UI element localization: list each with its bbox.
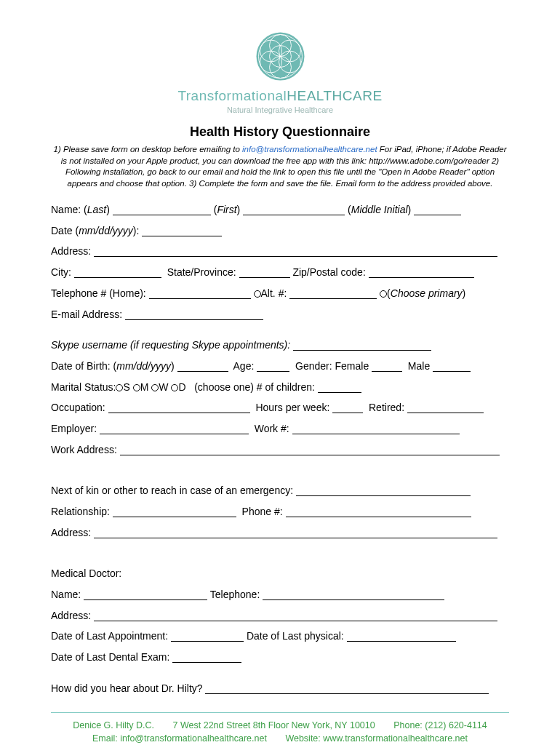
footer-address: 7 West 22nd Street 8th Floor New York, N…	[173, 720, 375, 730]
input-hours[interactable]	[332, 403, 363, 413]
row-nextkin: Next of kin or other to reach in case of…	[51, 480, 509, 501]
row-docname: Name: Telephone:	[51, 584, 509, 605]
input-children[interactable]	[318, 383, 361, 393]
footer-divider	[51, 712, 509, 713]
row-email: E-mail Address:	[51, 304, 509, 325]
input-lastphys[interactable]	[347, 632, 456, 642]
input-workaddr[interactable]	[120, 445, 500, 455]
row-relationship: Relationship: Phone #:	[51, 501, 509, 522]
row-occupation: Occupation: Hours per week: Retired:	[51, 397, 509, 418]
input-hear[interactable]	[205, 684, 489, 694]
footer-email: Email: info@transformationalhealthcare.n…	[92, 733, 267, 744]
input-email[interactable]	[125, 310, 263, 320]
input-skype[interactable]	[293, 340, 431, 351]
row-date: Date (mm/dd/yyyy):	[51, 220, 509, 242]
input-female[interactable]	[372, 362, 402, 372]
row-lastdental: Date of Last Dental Exam:	[51, 647, 509, 668]
row-hear: How did you hear about Dr. Hilty?	[51, 678, 509, 699]
radio-w[interactable]	[151, 384, 159, 391]
input-mi[interactable]	[414, 205, 461, 215]
logo-icon	[253, 29, 308, 84]
row-kin-addr: Address:	[51, 522, 509, 543]
input-nextkin[interactable]	[296, 486, 471, 496]
input-docname[interactable]	[84, 590, 207, 600]
instructions-email-link[interactable]: info@transformationalhealthcare.net	[242, 145, 377, 154]
input-workno[interactable]	[292, 424, 460, 434]
footer-website: Website: www.transformationalhealthcare.…	[285, 733, 468, 744]
radio-alt-primary[interactable]	[380, 290, 387, 298]
radio-home-primary[interactable]	[254, 290, 261, 298]
row-telephone: Telephone # (Home): Alt. #: (Choose prim…	[51, 283, 509, 304]
row-skype: Skype username (if requesting Skype appo…	[51, 335, 509, 356]
input-relationship[interactable]	[113, 507, 236, 517]
input-kin-phone[interactable]	[286, 507, 471, 517]
input-address[interactable]	[94, 247, 497, 257]
input-tel-alt[interactable]	[289, 289, 377, 299]
input-lastdental[interactable]	[172, 653, 241, 663]
brand-name: TransformationalHEALTHCARE	[51, 88, 509, 104]
form-body: Name: (Last) (First) (Middle Initial) Da…	[51, 199, 509, 698]
radio-m[interactable]	[133, 384, 140, 391]
input-male[interactable]	[433, 362, 471, 372]
row-name: Name: (Last) (First) (Middle Initial)	[51, 199, 509, 220]
input-lastappt[interactable]	[171, 632, 244, 642]
row-lastappt: Date of Last Appointment: Date of Last p…	[51, 626, 509, 647]
input-dob[interactable]	[177, 362, 228, 372]
input-kin-addr[interactable]	[94, 528, 497, 538]
row-meddoc-label: Medical Doctor:	[51, 563, 509, 584]
row-address: Address:	[51, 241, 509, 262]
row-employer: Employer: Work #:	[51, 418, 509, 439]
row-docaddr: Address:	[51, 605, 509, 626]
input-last[interactable]	[113, 205, 211, 215]
radio-d[interactable]	[171, 384, 178, 391]
instructions: 1) Please save form on desktop before em…	[51, 144, 509, 189]
header-logo-block: TransformationalHEALTHCARE Natural Integ…	[51, 29, 509, 114]
input-occupation[interactable]	[108, 403, 250, 413]
row-city: City: State/Province: Zip/Postal code:	[51, 262, 509, 283]
footer-name: Denice G. Hilty D.C.	[73, 720, 154, 730]
row-marital: Marital Status:S M W D (choose one) # of…	[51, 377, 509, 398]
radio-s[interactable]	[116, 384, 123, 391]
input-docaddr[interactable]	[94, 611, 497, 621]
input-state[interactable]	[239, 268, 290, 278]
footer: Denice G. Hilty D.C. 7 West 22nd Street …	[51, 719, 509, 746]
input-zip[interactable]	[369, 268, 474, 278]
row-workaddr: Work Address:	[51, 439, 509, 461]
brand-tagline: Natural Integrative Healthcare	[51, 105, 509, 114]
input-doctel[interactable]	[263, 590, 444, 600]
row-dob: Date of Birth: (mm/dd/yyyy) Age: Gender:…	[51, 356, 509, 377]
input-date[interactable]	[142, 226, 222, 236]
input-first[interactable]	[243, 205, 345, 215]
input-city[interactable]	[74, 268, 161, 278]
input-retired[interactable]	[407, 403, 484, 413]
input-age[interactable]	[257, 362, 289, 372]
input-employer[interactable]	[100, 424, 249, 434]
input-tel-home[interactable]	[149, 289, 251, 299]
footer-phone: Phone: (212) 620-4114	[393, 720, 487, 730]
form-title: Health History Questionnaire	[51, 124, 509, 140]
